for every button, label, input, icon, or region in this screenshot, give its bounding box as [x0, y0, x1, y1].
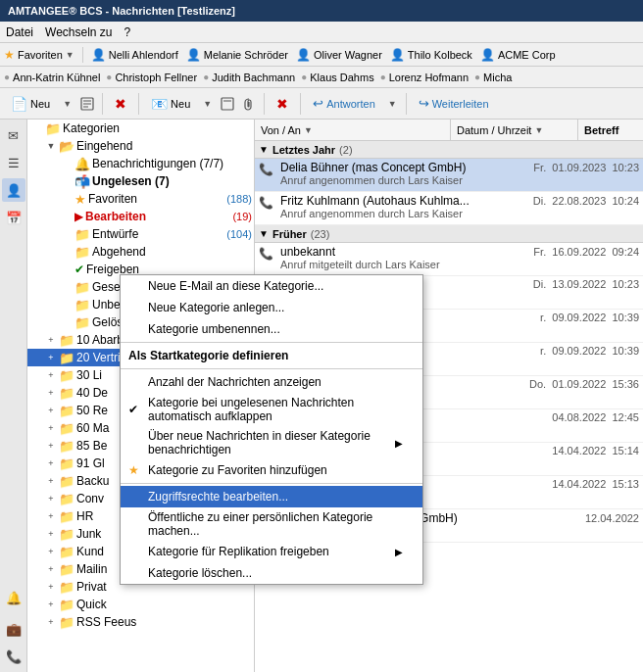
ctx-item-neue-email[interactable]: Neue E-Mail an diese Kategorie...	[121, 275, 422, 297]
ctx-item-anzahl[interactable]: Anzahl der Nachrichten anzeigen	[121, 371, 422, 393]
expander-50[interactable]: +	[43, 403, 59, 418]
expander-bearbeiten[interactable]	[59, 209, 74, 224]
folder-icon-60: 📁	[59, 421, 74, 436]
expander-20[interactable]: +	[43, 350, 59, 365]
icon-panel-btn-5[interactable]: 🔔	[2, 586, 25, 609]
sidebar-item-ungelesen[interactable]: 📬 Ungelesen (7)	[27, 172, 254, 190]
sidebar-item-abgehend[interactable]: 📁 Abgehend	[27, 243, 254, 261]
menu-wechseln[interactable]: Wechseln zu	[45, 25, 112, 39]
ctx-item-neue-kategorie[interactable]: Neue Kategorie anlegen...	[121, 297, 422, 318]
expander-rss[interactable]: +	[43, 614, 59, 630]
antworten-dropdown[interactable]: ▼	[384, 95, 401, 113]
ctx-item-benachrichtigen[interactable]: Über neue Nachrichten in dieser Kategori…	[121, 426, 422, 459]
favorites-dropdown[interactable]: ★ Favoriten ▼	[4, 48, 74, 62]
expander-gesendet[interactable]	[59, 279, 74, 295]
fav-person-5[interactable]: 👤 ACME Corp	[480, 48, 556, 62]
sidebar-item-bearbeiten[interactable]: ▶ Bearbeiten (19)	[27, 208, 254, 225]
expander-hr[interactable]: +	[43, 508, 59, 524]
delete-button[interactable]: ✖	[108, 92, 133, 116]
fav2-person-5[interactable]: ● Lorenz Hofmann	[380, 72, 469, 83]
new2-dropdown[interactable]: ▼	[199, 95, 216, 113]
expander-eingehend[interactable]: ▼	[43, 138, 59, 154]
sidebar-item-rss[interactable]: + 📁 RSS Feeus	[27, 613, 254, 631]
expander-kund[interactable]: +	[43, 544, 59, 559]
expander-entwurfe[interactable]	[59, 226, 74, 242]
phone-icon-2: 📞	[259, 196, 273, 210]
ctx-item-zugriffsrechte[interactable]: Zugriffsrechte bearbeiten...	[121, 486, 422, 507]
group-header-letztes-jahr[interactable]: ▼ Letztes Jahr (2)	[255, 141, 643, 159]
email-row-1[interactable]: 📞 Delia Bühner (mas Concept GmbH) Fr. 01…	[255, 159, 643, 192]
ctx-item-favoriten[interactable]: ★ Kategorie zu Favoriten hinzufügen	[121, 459, 422, 481]
expander-85[interactable]: +	[43, 438, 59, 454]
edit-icon-btn[interactable]	[77, 94, 97, 114]
expander-91[interactable]: +	[43, 456, 59, 471]
antworten-button[interactable]: ↩ Antworten	[306, 92, 382, 115]
fav-person-3[interactable]: 👤 Oliver Wagner	[296, 48, 382, 62]
sidebar-item-quick[interactable]: + 📁 Quick	[27, 596, 254, 613]
ctx-item-aufklappen[interactable]: ✔ Kategorie bei ungelesenen Nachrichten …	[121, 393, 422, 426]
new2-button[interactable]: 📧 Neu	[144, 92, 197, 116]
fav-person-1[interactable]: 👤 Nelli Ahlendorf	[91, 48, 178, 62]
expander-abgehend[interactable]	[59, 244, 74, 260]
sidebar-item-entwurfe[interactable]: 📁 Entwürfe (104)	[27, 225, 254, 243]
expander-freigeben[interactable]	[59, 262, 74, 277]
fav-person-4[interactable]: 👤 Thilo Kolbeck	[390, 48, 472, 62]
sidebar-item-kategorien[interactable]: 📁 Kategorien	[27, 120, 254, 137]
edit2-icon-btn[interactable]	[218, 94, 237, 114]
sidebar-label-quick: Quick	[76, 598, 252, 611]
fav2-person-4[interactable]: ● Klaus Dahms	[301, 72, 373, 83]
icon-panel-btn-1[interactable]: ✉	[2, 123, 25, 147]
email-subject-3: Anruf mitgeteilt durch Lars Kaiser	[280, 259, 639, 270]
icon-panel-btn-7[interactable]: 📞	[2, 645, 25, 668]
fav2-person-2[interactable]: ● Christoph Fellner	[106, 72, 197, 83]
expander-junk[interactable]: +	[43, 526, 59, 542]
expander-benachrichtigungen[interactable]	[59, 156, 74, 171]
col-header-von[interactable]: Von / An ▼	[255, 120, 451, 140]
icon-panel-btn-4[interactable]: 📅	[2, 206, 25, 229]
icon-panel: ✉ ☰ 👤 📅 🔔 💼 📞 ❓	[0, 120, 27, 672]
fav2-label-5: Lorenz Hofmann	[389, 72, 469, 83]
icon-panel-btn-3[interactable]: 👤	[2, 178, 25, 202]
expander-backup[interactable]: +	[43, 473, 59, 489]
expander-ungelesen[interactable]	[59, 173, 74, 189]
sidebar-item-favoriten[interactable]: ★ Favoriten (188)	[27, 190, 254, 208]
fav2-person-1[interactable]: ● Ann-Katrin Kühnel	[4, 72, 100, 83]
expander-10[interactable]: +	[43, 332, 59, 348]
weiterleiten-button[interactable]: ↪ Weiterleiten	[412, 92, 496, 115]
email-row-3[interactable]: 📞 unbekannt Fr. 16.09.2022 09:24 Anruf m…	[255, 243, 643, 276]
col-header-datum[interactable]: Datum / Uhrzeit ▼	[451, 120, 578, 140]
expander-quick[interactable]: +	[43, 597, 59, 612]
menu-help[interactable]: ?	[124, 25, 131, 39]
fav2-person-6[interactable]: ● Micha	[474, 72, 512, 83]
expander-40[interactable]: +	[43, 385, 59, 401]
email-row-2[interactable]: 📞 Fritz Kuhlmann (Autohaus Kuhlma... Di.…	[255, 192, 643, 225]
sidebar-item-benachrichtigungen[interactable]: 🔔 Benachrichtigungen (7/7)	[27, 155, 254, 172]
group-header-fruher[interactable]: ▼ Früher (23)	[255, 225, 643, 243]
sidebar-label-bearbeiten: Bearbeiten	[85, 210, 230, 223]
expander-privat[interactable]: +	[43, 579, 59, 595]
icon-panel-btn-6[interactable]: 💼	[2, 617, 25, 641]
ctx-item-replikation[interactable]: Kategorie für Replikation freigeben ▶	[121, 541, 422, 562]
expander-unbekannt[interactable]	[59, 297, 74, 312]
attach-icon-btn[interactable]	[239, 94, 259, 114]
expander-favoriten[interactable]	[59, 191, 74, 207]
expander-kategorien[interactable]	[29, 120, 45, 136]
delete2-button[interactable]: ✖	[270, 92, 295, 116]
fav2-person-3[interactable]: ● Judith Bachmann	[203, 72, 295, 83]
favorites-bar2: ● Ann-Katrin Kühnel ● Christoph Fellner …	[0, 67, 643, 88]
new-button[interactable]: 📄 Neu	[4, 92, 57, 116]
expander-30[interactable]: +	[43, 367, 59, 383]
email-day-1: Fr. 01.09.2023 10:23	[533, 162, 639, 173]
sidebar-item-eingehend[interactable]: ▼ 📂 Eingehend	[27, 137, 254, 155]
ctx-item-persoenlich[interactable]: Öffentliche zu einer persönlichen Katego…	[121, 507, 422, 541]
icon-panel-btn-2[interactable]: ☰	[2, 151, 25, 174]
ctx-item-loschen[interactable]: Kategorie löschen...	[121, 562, 422, 584]
fav-person-2[interactable]: 👤 Melanie Schröder	[186, 48, 288, 62]
ctx-item-umbenennen[interactable]: Kategorie umbenennen...	[121, 318, 422, 340]
expander-60[interactable]: +	[43, 420, 59, 436]
menu-datei[interactable]: Datei	[6, 25, 33, 39]
expander-geloscht[interactable]	[59, 314, 74, 330]
new-dropdown[interactable]: ▼	[59, 95, 75, 113]
expander-conv[interactable]: +	[43, 491, 59, 506]
expander-mailin[interactable]: +	[43, 561, 59, 577]
